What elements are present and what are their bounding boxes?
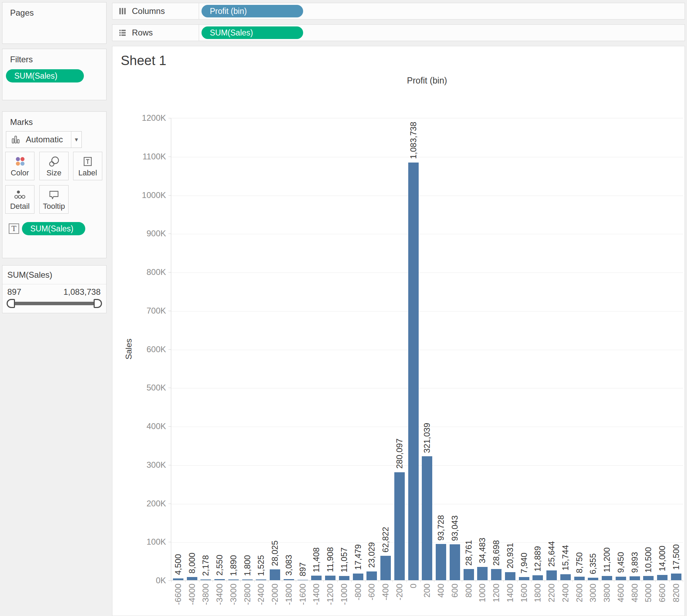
bar[interactable] [353,574,363,580]
sheet: Sheet 1 Profit (bin) Sales 0K100K200K300… [112,46,685,616]
bar[interactable] [270,569,280,580]
bar[interactable] [380,556,391,580]
x-axis-tick-label: 2600 [575,584,584,602]
bar-value-label: 28,761 [464,540,474,566]
bar-value-label: 1,525 [256,555,266,576]
bar[interactable] [311,576,322,580]
bar[interactable] [477,567,488,580]
columns-pill-label: Profit (bin) [210,7,247,16]
bar[interactable] [408,163,419,580]
size-button[interactable]: Size [39,152,69,180]
y-axis-tick-label: 700K [121,306,166,316]
color-button[interactable]: Color [5,152,34,180]
filter-slider-title: SUM(Sales) [2,266,106,284]
rows-shelf[interactable]: Rows SUM(Sales) [112,24,685,41]
pages-shelf[interactable]: Pages [2,2,106,44]
filters-shelf[interactable]: Filters SUM(Sales) [2,49,106,100]
bar[interactable] [339,576,349,580]
bar[interactable] [422,456,432,580]
bar[interactable] [284,579,294,580]
bar[interactable] [187,577,197,580]
bar[interactable] [671,574,681,580]
x-axis-tick-label: -4000 [187,584,197,605]
bar[interactable] [519,577,529,580]
bar[interactable] [228,579,239,580]
mark-type-dropdown[interactable]: Automatic ▾ [6,131,82,148]
bar[interactable] [298,580,308,580]
bar[interactable] [491,569,502,580]
bar-value-label: 9,450 [616,552,626,573]
y-axis-tick-label: 1000K [121,190,166,200]
bar-value-label: 93,043 [450,515,460,541]
bar-value-label: 10,500 [643,547,653,572]
rows-pill-sum-sales[interactable]: SUM(Sales) [202,26,303,39]
x-axis-title: Profit (bin) [171,76,683,86]
bar[interactable] [200,579,211,580]
detail-button[interactable]: Detail [5,185,34,214]
slider-handle-max[interactable] [94,299,102,308]
histogram-bin: 280,097-200 [393,118,406,580]
bar[interactable] [602,576,612,580]
label-icon [81,155,94,169]
bar[interactable] [588,578,598,580]
bar-chart-icon [10,134,21,145]
histogram-bin: 2,550-3400 [213,118,227,580]
y-axis-tick-label: 800K [121,267,166,277]
histogram-bin: 8,000-4000 [185,118,199,580]
chevron-down-icon[interactable]: ▾ [71,132,81,148]
bar[interactable] [242,579,253,580]
columns-shelf[interactable]: Columns Profit (bin) [112,3,685,19]
histogram-bin: 2,178-3800 [199,118,213,580]
label-button-label: Label [78,168,97,177]
tooltip-button[interactable]: Tooltip [39,185,69,214]
bar-value-label: 62,822 [381,527,390,552]
x-axis-tick-label: -1200 [325,584,335,605]
bar[interactable] [173,578,183,580]
bar[interactable] [394,472,405,580]
x-axis-tick-label: -200 [395,584,404,600]
histogram-bin: 14,0006600 [655,118,669,580]
bar-value-label: 15,744 [561,545,570,570]
slider-handle-min[interactable] [7,299,15,308]
x-axis-tick-label: 1200 [491,584,501,602]
histogram-bin: 17,479-800 [351,118,365,580]
bar-value-label: 1,890 [229,555,238,576]
x-axis-tick-label: 600 [450,584,460,598]
bar[interactable] [325,576,335,580]
slider-max-value: 1,083,738 [63,287,101,297]
y-axis-tick [168,195,171,196]
bar[interactable] [256,579,266,580]
bar[interactable] [643,576,654,580]
tableau-workspace: { "pages_card": { "title": "Pages" }, "f… [0,0,687,616]
bar[interactable] [657,575,668,581]
bar[interactable] [574,577,585,580]
marks-pill-sum-sales[interactable]: SUM(Sales) [22,222,85,235]
rows-icon [118,28,127,37]
bar[interactable] [616,577,626,580]
bar-value-label: 2,178 [201,555,211,576]
marks-card: Marks Automatic ▾ Color [2,111,106,258]
filter-pill-sum-sales[interactable]: SUM(Sales) [6,69,84,82]
bar[interactable] [532,575,543,580]
slider-min-value: 897 [7,287,21,297]
bar[interactable] [450,544,460,580]
slider-track[interactable] [11,302,97,305]
size-icon [48,155,60,169]
bar[interactable] [214,579,225,580]
bar-value-label: 1,083,738 [409,122,418,159]
label-button[interactable]: Label [73,152,102,180]
bar[interactable] [505,572,515,580]
histogram-bin: 20,9311400 [503,118,517,580]
y-axis-tick-label: 300K [121,460,166,470]
bar-value-label: 20,931 [505,543,515,568]
bar[interactable] [366,571,377,581]
x-axis-tick-label: 2200 [547,584,556,602]
bar[interactable] [464,569,474,580]
bar-value-label: 897 [298,562,308,576]
bar[interactable] [436,544,446,580]
bar[interactable] [630,576,640,580]
columns-pill-profit-bin[interactable]: Profit (bin) [202,5,303,17]
bar[interactable] [546,570,557,580]
bar[interactable] [560,574,571,580]
bar-value-label: 11,057 [339,547,349,572]
